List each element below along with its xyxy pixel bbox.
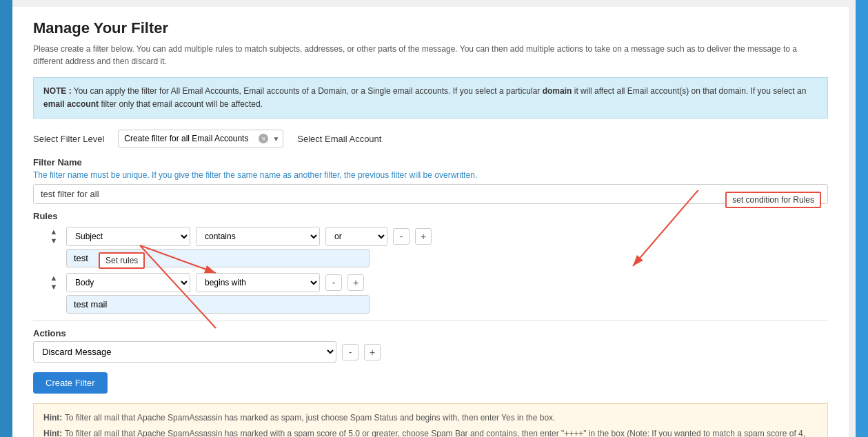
page-description: Please create a filter below. You can ad… [33, 43, 828, 68]
note-prefix: NOTE : [43, 86, 72, 96]
filter-name-section: Filter Name The filter name must be uniq… [33, 157, 828, 204]
actions-section: Actions Discard Message Deliver to Folde… [33, 328, 828, 363]
rule-1: ▲ ▼ Subject From To Body contains does n… [47, 227, 828, 267]
rule-1-chevrons: ▲ ▼ [47, 227, 61, 245]
rule-1-select-row: ▲ ▼ Subject From To Body contains does n… [47, 227, 828, 246]
note-email-account: email account [43, 99, 99, 109]
actions-plus-button[interactable]: + [364, 344, 381, 360]
main-content: Manage Your Filter Please create a filte… [12, 7, 849, 437]
set-rules-badge: Set rules [99, 252, 145, 269]
rules-label: Rules [33, 211, 828, 221]
left-sidebar [0, 0, 12, 437]
rule-2-chevron-up[interactable]: ▲ [50, 274, 59, 283]
rule-2-plus-button[interactable]: + [347, 274, 364, 291]
rule-2-value-input[interactable] [66, 295, 370, 314]
rules-container: Set rules set condition for Rules [33, 211, 828, 314]
set-condition-badge-rules: set condition for Rules [725, 192, 821, 208]
actions-minus-button[interactable]: - [342, 344, 359, 360]
filter-level-label: Select Filter Level [33, 134, 104, 144]
actions-label: Actions [33, 328, 828, 338]
note-domain: domain [543, 86, 572, 96]
hint-2-text: To filter all mail that Apache SpamAssas… [43, 429, 805, 437]
page-title: Manage Your Filter [33, 19, 828, 37]
rule-1-plus-button[interactable]: + [415, 228, 432, 245]
filter-name-row: set condition for Rules [33, 184, 828, 204]
create-filter-button[interactable]: Create Filter [33, 372, 108, 394]
rule-2-select-row: ▲ ▼ Subject From To Body contains does n… [47, 273, 828, 292]
filter-level-clear-button[interactable]: × [259, 134, 268, 143]
right-sidebar[interactable] [856, 0, 868, 437]
rule-2-chevron-down[interactable]: ▼ [50, 283, 59, 292]
actions-row: Discard Message Deliver to Folder Redire… [33, 341, 828, 363]
filter-name-hint: The filter name must be unique. If you g… [33, 170, 828, 180]
rule-1-chevron-down[interactable]: ▼ [50, 236, 59, 245]
note-box: NOTE : You can apply the filter for All … [33, 77, 828, 119]
hint-2: Hint: To filter all mail that Apache Spa… [43, 427, 818, 437]
filter-name-input[interactable] [33, 184, 828, 204]
hint-1: Hint: To filter all mail that Apache Spa… [43, 411, 818, 425]
filter-name-label: Filter Name [33, 157, 828, 167]
select-email-label: Select Email Account [297, 134, 381, 144]
hint-1-label: Hint: [43, 413, 65, 423]
rule-2-field-select[interactable]: Subject From To Body [66, 273, 190, 292]
rule-1-minus-button[interactable]: - [393, 228, 410, 245]
note-text2: it will affect all Email account(s) on t… [574, 86, 807, 96]
rule-2-chevrons: ▲ ▼ [47, 274, 61, 292]
rule-2-minus-button[interactable]: - [325, 274, 342, 291]
rule-2: ▲ ▼ Subject From To Body contains does n… [47, 273, 828, 314]
filter-level-row: Select Filter Level Create filter for al… [33, 130, 828, 148]
actions-select-wrapper: Discard Message Deliver to Folder Redire… [33, 341, 336, 363]
rule-2-value-row [47, 295, 828, 314]
note-text1: You can apply the filter for All Email A… [74, 86, 543, 96]
rule-1-field-select[interactable]: Subject From To Body [66, 227, 190, 246]
rule-1-value-row [47, 249, 828, 267]
divider-1 [33, 321, 828, 321]
hint-box: Hint: To filter all mail that Apache Spa… [33, 403, 828, 437]
note-text3: filter only that email account will be a… [101, 99, 263, 109]
rule-1-chevron-up[interactable]: ▲ [50, 227, 59, 236]
hint-2-label: Hint: [43, 429, 65, 437]
rule-1-condition-select[interactable]: contains does not contain begins with en… [196, 227, 320, 246]
hint-1-text: To filter all mail that Apache SpamAssas… [65, 413, 556, 423]
rule-1-logic-select[interactable]: or and [325, 227, 387, 246]
rule-2-condition-select[interactable]: contains does not contain begins with en… [196, 273, 320, 292]
filter-level-select-wrapper: Create filter for all Email Accounts × ▼ [118, 130, 283, 148]
actions-select[interactable]: Discard Message Deliver to Folder Redire… [33, 341, 336, 363]
